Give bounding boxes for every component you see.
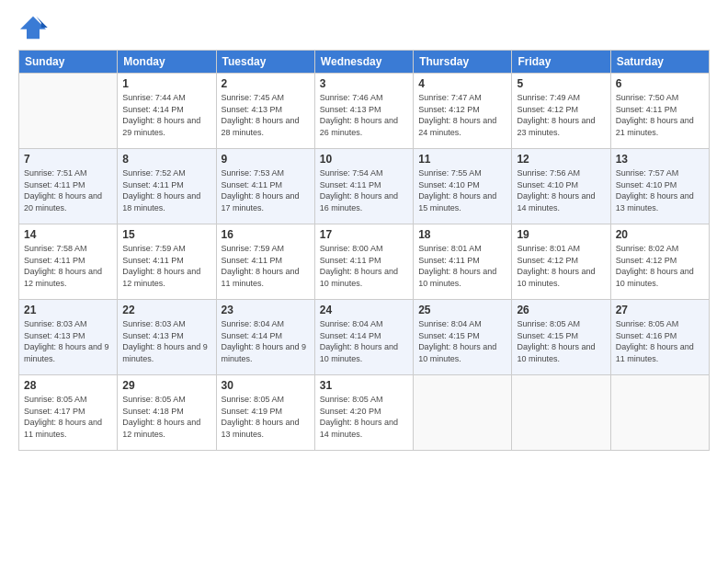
calendar-week-row: 7Sunrise: 7:51 AMSunset: 4:11 PMDaylight…: [19, 149, 710, 224]
calendar-cell: 10Sunrise: 7:54 AMSunset: 4:11 PMDayligh…: [314, 149, 413, 224]
day-info: Sunrise: 8:05 AMSunset: 4:18 PMDaylight:…: [122, 394, 210, 440]
calendar-cell: 16Sunrise: 7:59 AMSunset: 4:11 PMDayligh…: [216, 224, 314, 300]
day-info: Sunrise: 8:05 AMSunset: 4:16 PMDaylight:…: [616, 318, 704, 364]
calendar-week-row: 28Sunrise: 8:05 AMSunset: 4:17 PMDayligh…: [19, 375, 710, 451]
calendar-header-row: SundayMondayTuesdayWednesdayThursdayFrid…: [19, 51, 710, 74]
day-number: 14: [24, 228, 112, 241]
day-number: 1: [122, 77, 210, 90]
calendar-cell: 6Sunrise: 7:50 AMSunset: 4:11 PMDaylight…: [610, 74, 709, 149]
day-number: 5: [517, 77, 605, 90]
calendar-cell: 3Sunrise: 7:46 AMSunset: 4:13 PMDaylight…: [314, 74, 413, 149]
day-number: 18: [418, 228, 506, 241]
calendar-cell: 14Sunrise: 7:58 AMSunset: 4:11 PMDayligh…: [19, 224, 118, 300]
day-number: 10: [320, 153, 408, 166]
calendar-cell: 1Sunrise: 7:44 AMSunset: 4:14 PMDaylight…: [118, 74, 216, 149]
day-number: 9: [222, 153, 310, 166]
calendar-cell: 5Sunrise: 7:49 AMSunset: 4:12 PMDaylight…: [512, 74, 610, 149]
calendar-cell: 25Sunrise: 8:04 AMSunset: 4:15 PMDayligh…: [414, 300, 512, 375]
calendar-cell: 12Sunrise: 7:56 AMSunset: 4:10 PMDayligh…: [512, 149, 610, 224]
calendar-cell: 30Sunrise: 8:05 AMSunset: 4:19 PMDayligh…: [216, 375, 314, 451]
day-info: Sunrise: 7:57 AMSunset: 4:10 PMDaylight:…: [616, 167, 704, 213]
calendar-cell: 2Sunrise: 7:45 AMSunset: 4:13 PMDaylight…: [216, 74, 314, 149]
day-info: Sunrise: 7:49 AMSunset: 4:12 PMDaylight:…: [517, 92, 605, 138]
calendar-cell: 31Sunrise: 8:05 AMSunset: 4:20 PMDayligh…: [314, 375, 413, 451]
calendar-cell: 29Sunrise: 8:05 AMSunset: 4:18 PMDayligh…: [118, 375, 216, 451]
column-header-saturday: Saturday: [610, 51, 709, 74]
day-number: 8: [122, 153, 210, 166]
column-header-thursday: Thursday: [414, 51, 512, 74]
day-number: 16: [222, 228, 310, 241]
calendar-week-row: 14Sunrise: 7:58 AMSunset: 4:11 PMDayligh…: [19, 224, 710, 300]
calendar-cell: 24Sunrise: 8:04 AMSunset: 4:14 PMDayligh…: [314, 300, 413, 375]
calendar-cell: 8Sunrise: 7:52 AMSunset: 4:11 PMDaylight…: [118, 149, 216, 224]
day-info: Sunrise: 7:58 AMSunset: 4:11 PMDaylight:…: [24, 243, 112, 289]
day-number: 28: [24, 379, 112, 392]
calendar-cell: 26Sunrise: 8:05 AMSunset: 4:15 PMDayligh…: [512, 300, 610, 375]
day-number: 21: [24, 304, 112, 316]
day-number: 24: [320, 304, 408, 316]
calendar-week-row: 21Sunrise: 8:03 AMSunset: 4:13 PMDayligh…: [19, 300, 710, 375]
calendar-table: SundayMondayTuesdayWednesdayThursdayFrid…: [18, 50, 710, 451]
calendar-cell: 23Sunrise: 8:04 AMSunset: 4:14 PMDayligh…: [216, 300, 314, 375]
calendar-week-row: 1Sunrise: 7:44 AMSunset: 4:14 PMDaylight…: [19, 74, 710, 149]
day-info: Sunrise: 8:00 AMSunset: 4:11 PMDaylight:…: [320, 243, 408, 289]
day-info: Sunrise: 8:03 AMSunset: 4:13 PMDaylight:…: [24, 318, 112, 364]
calendar-cell: 11Sunrise: 7:55 AMSunset: 4:10 PMDayligh…: [414, 149, 512, 224]
day-number: 4: [418, 77, 506, 90]
day-info: Sunrise: 7:44 AMSunset: 4:14 PMDaylight:…: [122, 92, 210, 138]
calendar-cell: 18Sunrise: 8:01 AMSunset: 4:11 PMDayligh…: [414, 224, 512, 300]
day-number: 20: [616, 228, 704, 241]
day-number: 23: [222, 304, 310, 316]
day-number: 12: [517, 153, 605, 166]
calendar-cell: 15Sunrise: 7:59 AMSunset: 4:11 PMDayligh…: [118, 224, 216, 300]
header: [18, 15, 710, 40]
page: SundayMondayTuesdayWednesdayThursdayFrid…: [0, 0, 728, 563]
day-info: Sunrise: 7:50 AMSunset: 4:11 PMDaylight:…: [616, 92, 704, 138]
day-info: Sunrise: 7:55 AMSunset: 4:10 PMDaylight:…: [418, 167, 506, 213]
day-info: Sunrise: 8:04 AMSunset: 4:14 PMDaylight:…: [320, 318, 408, 364]
day-number: 19: [517, 228, 605, 241]
calendar-cell: 4Sunrise: 7:47 AMSunset: 4:12 PMDaylight…: [414, 74, 512, 149]
calendar-cell: 19Sunrise: 8:01 AMSunset: 4:12 PMDayligh…: [512, 224, 610, 300]
column-header-friday: Friday: [512, 51, 610, 74]
day-number: 3: [320, 77, 408, 90]
calendar-cell: [414, 375, 512, 451]
column-header-sunday: Sunday: [19, 51, 118, 74]
day-number: 31: [320, 379, 408, 392]
calendar-cell: 17Sunrise: 8:00 AMSunset: 4:11 PMDayligh…: [314, 224, 413, 300]
day-number: 27: [616, 304, 704, 316]
day-info: Sunrise: 7:56 AMSunset: 4:10 PMDaylight:…: [517, 167, 605, 213]
day-info: Sunrise: 8:05 AMSunset: 4:19 PMDaylight:…: [222, 394, 310, 440]
day-info: Sunrise: 7:59 AMSunset: 4:11 PMDaylight:…: [222, 243, 310, 289]
calendar-cell: 13Sunrise: 7:57 AMSunset: 4:10 PMDayligh…: [610, 149, 709, 224]
day-info: Sunrise: 7:59 AMSunset: 4:11 PMDaylight:…: [122, 243, 210, 289]
day-info: Sunrise: 8:04 AMSunset: 4:14 PMDaylight:…: [222, 318, 310, 364]
calendar-cell: 28Sunrise: 8:05 AMSunset: 4:17 PMDayligh…: [19, 375, 118, 451]
day-number: 13: [616, 153, 704, 166]
day-number: 7: [24, 153, 112, 166]
day-number: 26: [517, 304, 605, 316]
day-number: 2: [222, 77, 310, 90]
logo: [18, 15, 51, 40]
day-info: Sunrise: 8:05 AMSunset: 4:20 PMDaylight:…: [320, 394, 408, 440]
day-number: 30: [222, 379, 310, 392]
column-header-wednesday: Wednesday: [314, 51, 413, 74]
day-info: Sunrise: 7:54 AMSunset: 4:11 PMDaylight:…: [320, 167, 408, 213]
calendar-cell: 27Sunrise: 8:05 AMSunset: 4:16 PMDayligh…: [610, 300, 709, 375]
day-info: Sunrise: 7:51 AMSunset: 4:11 PMDaylight:…: [24, 167, 112, 213]
calendar-cell: [19, 74, 118, 149]
day-info: Sunrise: 8:02 AMSunset: 4:12 PMDaylight:…: [616, 243, 704, 289]
calendar-cell: 20Sunrise: 8:02 AMSunset: 4:12 PMDayligh…: [610, 224, 709, 300]
column-header-monday: Monday: [118, 51, 216, 74]
day-number: 25: [418, 304, 506, 316]
calendar-cell: [610, 375, 709, 451]
logo-icon: [18, 15, 48, 40]
day-info: Sunrise: 8:05 AMSunset: 4:17 PMDaylight:…: [24, 394, 112, 440]
day-number: 17: [320, 228, 408, 241]
day-number: 29: [122, 379, 210, 392]
day-number: 11: [418, 153, 506, 166]
calendar-cell: 9Sunrise: 7:53 AMSunset: 4:11 PMDaylight…: [216, 149, 314, 224]
day-number: 6: [616, 77, 704, 90]
calendar-cell: 21Sunrise: 8:03 AMSunset: 4:13 PMDayligh…: [19, 300, 118, 375]
day-number: 15: [122, 228, 210, 241]
